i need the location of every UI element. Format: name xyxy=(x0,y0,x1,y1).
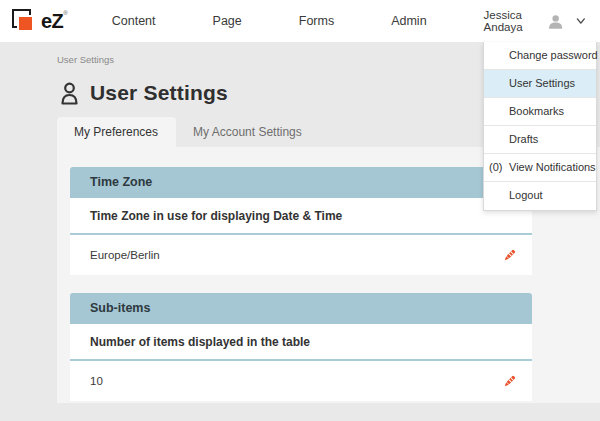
ez-logo[interactable]: eZ ® xyxy=(12,8,68,35)
setting-value: Europe/Berlin xyxy=(90,249,160,261)
logo-registered-mark: ® xyxy=(63,10,67,16)
logo-orange-square xyxy=(19,17,32,30)
setting-value: 10 xyxy=(90,375,103,387)
edit-sub-items-button[interactable] xyxy=(500,372,518,390)
dropdown-item-user-settings[interactable]: User Settings xyxy=(484,70,596,98)
section-time-zone: Time Zone Time Zone in use for displayin… xyxy=(70,167,532,275)
dropdown-item-drafts[interactable]: Drafts xyxy=(484,126,596,154)
top-navbar: eZ ® Content Page Forms Admin Jessica An… xyxy=(0,0,600,42)
dropdown-item-label: View Notifications xyxy=(509,161,596,173)
dropdown-item-logout[interactable]: Logout xyxy=(484,182,596,210)
menu-item-forms[interactable]: Forms xyxy=(299,14,334,28)
edit-time-zone-button[interactable] xyxy=(500,246,518,264)
user-menu-trigger[interactable]: Jessica Andaya xyxy=(484,9,586,33)
setting-label: Number of items displayed in the table xyxy=(70,324,532,361)
notifications-count-badge: (0) xyxy=(489,154,502,181)
setting-value-row: Europe/Berlin xyxy=(70,235,532,275)
main-menu: Content Page Forms Admin xyxy=(112,14,484,28)
page-title: User Settings xyxy=(90,81,228,105)
setting-value-row: 10 xyxy=(70,361,532,401)
menu-item-content[interactable]: Content xyxy=(112,14,156,28)
dropdown-item-change-password[interactable]: Change password xyxy=(484,42,596,70)
setting-label: Time Zone in use for displaying Date & T… xyxy=(70,198,532,235)
user-dropdown-menu: Change password User Settings Bookmarks … xyxy=(483,42,597,211)
menu-item-page[interactable]: Page xyxy=(213,14,242,28)
ez-logo-icon xyxy=(12,9,38,35)
tab-my-account-settings[interactable]: My Account Settings xyxy=(176,117,320,147)
person-outline-icon xyxy=(60,82,79,105)
user-avatar-icon xyxy=(548,11,563,32)
pencil-edit-icon xyxy=(501,373,518,390)
user-name: Jessica Andaya xyxy=(484,9,539,33)
chevron-down-icon xyxy=(576,16,586,26)
section-sub-items: Sub-items Number of items displayed in t… xyxy=(70,293,532,401)
dropdown-item-bookmarks[interactable]: Bookmarks xyxy=(484,98,596,126)
section-header: Sub-items xyxy=(70,293,532,324)
logo-text: eZ xyxy=(41,8,63,34)
tab-my-preferences[interactable]: My Preferences xyxy=(57,117,176,147)
pencil-edit-icon xyxy=(501,247,518,264)
dropdown-item-view-notifications[interactable]: (0) View Notifications xyxy=(484,154,596,182)
section-header: Time Zone xyxy=(70,167,532,198)
menu-item-admin[interactable]: Admin xyxy=(391,14,426,28)
